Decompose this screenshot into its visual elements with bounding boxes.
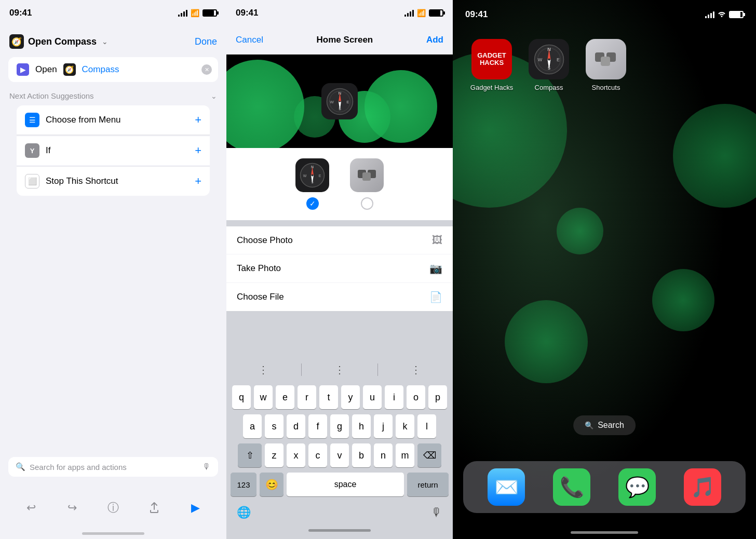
ios-dock: ✉️ 📞 💬 🎵	[463, 461, 746, 513]
icon-list: Choose Photo 🖼 Take Photo 📷 Choose File …	[226, 226, 453, 311]
if-icon: Y	[25, 143, 39, 158]
key-a[interactable]: a	[243, 414, 262, 438]
key-t[interactable]: t	[319, 385, 338, 409]
suggestion-label-0: Choose from Menu	[46, 115, 195, 125]
open-label: Open	[35, 64, 57, 75]
music-app[interactable]: 🎵	[684, 468, 721, 506]
add-suggestion-1[interactable]: +	[195, 144, 201, 157]
keyboard-bottom-row: 🌐 🎙	[226, 502, 453, 521]
suggestion-item-0[interactable]: ☰ Choose from Menu +	[17, 105, 210, 135]
key-k[interactable]: k	[396, 414, 414, 438]
key-l[interactable]: l	[417, 414, 436, 438]
choose-file-item[interactable]: Choose File 📄	[226, 283, 453, 311]
emoji-key[interactable]: 😊	[260, 473, 284, 496]
return-key[interactable]: return	[407, 473, 449, 496]
status-icons-1: 📶	[178, 9, 217, 17]
key-z[interactable]: z	[265, 443, 284, 467]
key-f[interactable]: f	[308, 414, 327, 438]
svg-text:E: E	[319, 174, 321, 178]
key-u[interactable]: u	[363, 385, 382, 409]
key-q[interactable]: q	[232, 385, 251, 409]
backspace-key[interactable]: ⌫	[417, 443, 441, 467]
homescreen-panel: 09:41 📶 Cancel Home Screen Add N	[226, 0, 453, 539]
compass-app[interactable]: N S E W Compass	[525, 39, 572, 91]
choose-photo-item[interactable]: Choose Photo 🖼	[226, 226, 453, 254]
ios-signal-icon	[705, 11, 714, 18]
key-h[interactable]: h	[352, 414, 371, 438]
key-c[interactable]: c	[308, 443, 327, 467]
compass-app-label: Compass	[535, 84, 563, 91]
key-x[interactable]: x	[287, 443, 305, 467]
kb-row-4: 123 😊 space return	[228, 473, 451, 496]
undo-button[interactable]: ↩	[21, 497, 42, 518]
play-button[interactable]: ▶	[185, 497, 206, 518]
mic-keyboard-icon[interactable]: 🎙	[431, 506, 442, 519]
hs-title: Home Screen	[317, 35, 373, 45]
add-suggestion-0[interactable]: +	[195, 113, 201, 127]
key-y[interactable]: y	[341, 385, 360, 409]
gadget-hacks-app[interactable]: GADGETHACKS Gadget Hacks	[468, 39, 515, 91]
key-i[interactable]: i	[385, 385, 403, 409]
key-j[interactable]: j	[374, 414, 393, 438]
icon-selector: N S E W ✓	[226, 148, 453, 220]
compass-radio-selected: ✓	[306, 197, 319, 210]
shortcuts-option[interactable]	[350, 158, 384, 210]
shortcuts-app[interactable]: Shortcuts	[583, 39, 629, 91]
nav-title: Open Compass	[28, 36, 97, 47]
search-placeholder: Search for apps and actions	[30, 463, 198, 471]
compass-app-icon: 🧭	[9, 34, 24, 49]
key-b[interactable]: b	[352, 443, 371, 467]
key-d[interactable]: d	[287, 414, 305, 438]
key-e[interactable]: e	[276, 385, 294, 409]
key-r[interactable]: r	[298, 385, 316, 409]
messages-app[interactable]: 💬	[618, 468, 656, 506]
search-bar[interactable]: 🔍 Search for apps and actions 🎙	[8, 457, 218, 477]
compass-option-icon: N S E W	[295, 158, 329, 192]
numbers-key[interactable]: 123	[231, 473, 256, 496]
cancel-button[interactable]: Cancel	[236, 35, 263, 45]
key-g[interactable]: g	[330, 414, 349, 438]
search-pill[interactable]: 🔍 Search	[573, 415, 636, 435]
keyboard-toolbar-mid: ⋮	[334, 363, 345, 376]
redo-button[interactable]: ↪	[62, 497, 83, 518]
add-suggestion-2[interactable]: +	[195, 174, 201, 188]
take-photo-item[interactable]: Take Photo 📷	[226, 254, 453, 283]
file-icon: 📄	[429, 291, 442, 303]
mail-app[interactable]: ✉️	[488, 468, 525, 506]
phone-app[interactable]: 📞	[553, 468, 590, 506]
suggestions-header: Next Action Suggestions ⌄	[0, 82, 226, 105]
svg-text:W: W	[330, 100, 334, 104]
keyboard-toolbar: ⋮ ⋮ ⋮	[226, 358, 453, 381]
time-2: 09:41	[236, 8, 258, 18]
globe-icon[interactable]: 🌐	[237, 506, 251, 519]
key-p[interactable]: p	[428, 385, 447, 409]
suggestions-collapse-icon[interactable]: ⌄	[211, 92, 217, 100]
key-m[interactable]: m	[396, 443, 414, 467]
key-s[interactable]: s	[265, 414, 284, 438]
key-o[interactable]: o	[407, 385, 425, 409]
nav-title-area: 🧭 Open Compass ⌄	[9, 34, 108, 49]
choose-menu-icon: ☰	[25, 113, 39, 127]
choose-photo-label: Choose Photo	[237, 235, 293, 246]
compass-label[interactable]: Compass	[82, 64, 119, 75]
keyboard-toolbar-right: ⋮	[411, 363, 421, 376]
status-bar-1: 09:41 📶	[0, 0, 226, 26]
shift-key[interactable]: ⇧	[238, 443, 262, 467]
suggestion-item-2[interactable]: ⬜ Stop This Shortcut +	[17, 166, 210, 196]
key-w[interactable]: w	[254, 385, 273, 409]
share-button[interactable]	[144, 497, 165, 518]
done-button[interactable]: Done	[195, 36, 217, 47]
wifi-icon-1: 📶	[191, 9, 199, 17]
suggestion-item-1[interactable]: Y If +	[17, 136, 210, 166]
key-n[interactable]: n	[374, 443, 393, 467]
space-key[interactable]: space	[287, 473, 404, 496]
ios-home-indicator	[571, 531, 638, 534]
add-button[interactable]: Add	[426, 35, 443, 45]
gadget-hacks-icon: GADGETHACKS	[471, 39, 512, 79]
compass-option[interactable]: N S E W ✓	[295, 158, 329, 210]
info-button[interactable]: ⓘ	[103, 497, 124, 518]
close-button[interactable]: ✕	[201, 64, 212, 75]
suggestions-title: Next Action Suggestions	[9, 91, 94, 100]
key-v[interactable]: v	[330, 443, 349, 467]
shortcuts-option-icon	[350, 158, 384, 192]
